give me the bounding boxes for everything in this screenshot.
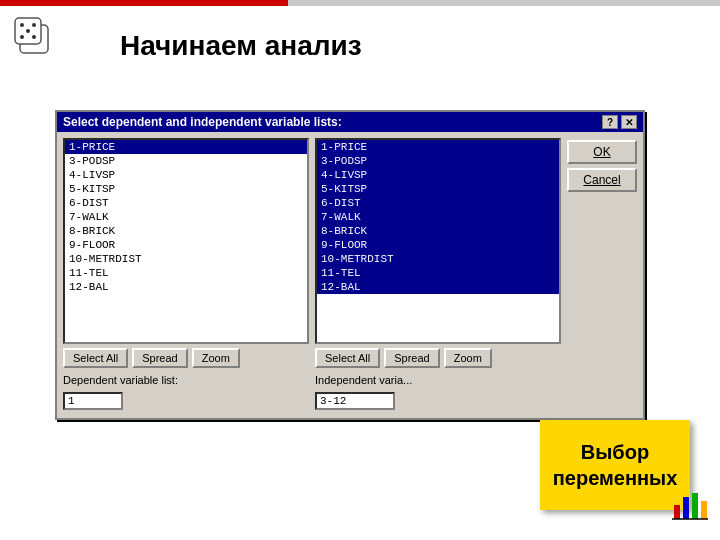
left-zoom-button[interactable]: Zoom (192, 348, 240, 368)
svg-point-3 (20, 23, 24, 27)
right-zoom-button[interactable]: Zoom (444, 348, 492, 368)
callout-box: Выбор переменных (540, 420, 690, 510)
side-buttons-panel: OK Cancel (567, 138, 637, 410)
main-dialog: Select dependent and independent variabl… (55, 110, 645, 420)
list-item[interactable]: 4-LIVSP (317, 168, 559, 182)
cancel-button[interactable]: Cancel (567, 168, 637, 192)
dep-input[interactable] (63, 392, 123, 410)
list-item[interactable]: 12-BAL (317, 280, 559, 294)
list-item[interactable]: 4-LIVSP (65, 168, 307, 182)
indep-label-row: Independent varia... (315, 374, 561, 386)
indep-input-row (315, 390, 561, 410)
indep-label: Independent varia... (315, 374, 412, 386)
right-listbox[interactable]: 1-PRICE 3-PODSP 4-LIVSP 5-KITSP 6-DIST 7… (315, 138, 561, 344)
indep-input[interactable] (315, 392, 395, 410)
dice-icon (10, 10, 70, 70)
help-button[interactable]: ? (602, 115, 618, 129)
dialog-titlebar: Select dependent and independent variabl… (57, 112, 643, 132)
list-item[interactable]: 10-METRDIST (317, 252, 559, 266)
callout-text: Выбор переменных (543, 439, 687, 491)
page-title: Начинаем анализ (120, 30, 362, 62)
dialog-title: Select dependent and independent variabl… (63, 115, 342, 129)
left-select-all-button[interactable]: Select All (63, 348, 128, 368)
dep-input-row (63, 390, 309, 410)
top-bar (0, 0, 720, 6)
svg-rect-10 (692, 493, 698, 519)
list-item[interactable]: 9-FLOOR (65, 238, 307, 252)
dep-label: Dependent variable list: (63, 374, 178, 386)
right-button-row: Select All Spread Zoom (315, 348, 561, 368)
dep-label-row: Dependent variable list: (63, 374, 309, 386)
svg-rect-8 (674, 505, 680, 519)
list-item[interactable]: 7-WALK (317, 210, 559, 224)
list-item[interactable]: 3-PODSP (317, 154, 559, 168)
ok-button[interactable]: OK (567, 140, 637, 164)
left-spread-button[interactable]: Spread (132, 348, 187, 368)
svg-point-5 (20, 35, 24, 39)
left-listbox[interactable]: 1-PRICE 3-PODSP 4-LIVSP 5-KITSP 6-DIST 7… (63, 138, 309, 344)
left-panel: 1-PRICE 3-PODSP 4-LIVSP 5-KITSP 6-DIST 7… (63, 138, 309, 410)
list-item[interactable]: 8-BRICK (65, 224, 307, 238)
list-item[interactable]: 8-BRICK (317, 224, 559, 238)
dialog-body: 1-PRICE 3-PODSP 4-LIVSP 5-KITSP 6-DIST 7… (57, 132, 643, 416)
list-item[interactable]: 7-WALK (65, 210, 307, 224)
right-panel: 1-PRICE 3-PODSP 4-LIVSP 5-KITSP 6-DIST 7… (315, 138, 561, 410)
list-item[interactable]: 11-TEL (317, 266, 559, 280)
svg-rect-11 (701, 501, 707, 519)
list-item[interactable]: 10-METRDIST (65, 252, 307, 266)
list-item[interactable]: 9-FLOOR (317, 238, 559, 252)
svg-point-4 (32, 23, 36, 27)
corner-icon (670, 485, 710, 530)
list-item[interactable]: 6-DIST (317, 196, 559, 210)
svg-point-6 (32, 35, 36, 39)
svg-point-7 (26, 29, 30, 33)
left-button-row: Select All Spread Zoom (63, 348, 309, 368)
list-item[interactable]: 5-KITSP (65, 182, 307, 196)
list-item[interactable]: 3-PODSP (65, 154, 307, 168)
close-button[interactable]: ✕ (621, 115, 637, 129)
list-item[interactable]: 5-KITSP (317, 182, 559, 196)
list-item[interactable]: 12-BAL (65, 280, 307, 294)
list-item[interactable]: 6-DIST (65, 196, 307, 210)
svg-rect-9 (683, 497, 689, 519)
dialog-title-buttons: ? ✕ (602, 115, 637, 129)
right-spread-button[interactable]: Spread (384, 348, 439, 368)
list-item[interactable]: 1-PRICE (317, 140, 559, 154)
right-select-all-button[interactable]: Select All (315, 348, 380, 368)
list-item[interactable]: 1-PRICE (65, 140, 307, 154)
list-item[interactable]: 11-TEL (65, 266, 307, 280)
